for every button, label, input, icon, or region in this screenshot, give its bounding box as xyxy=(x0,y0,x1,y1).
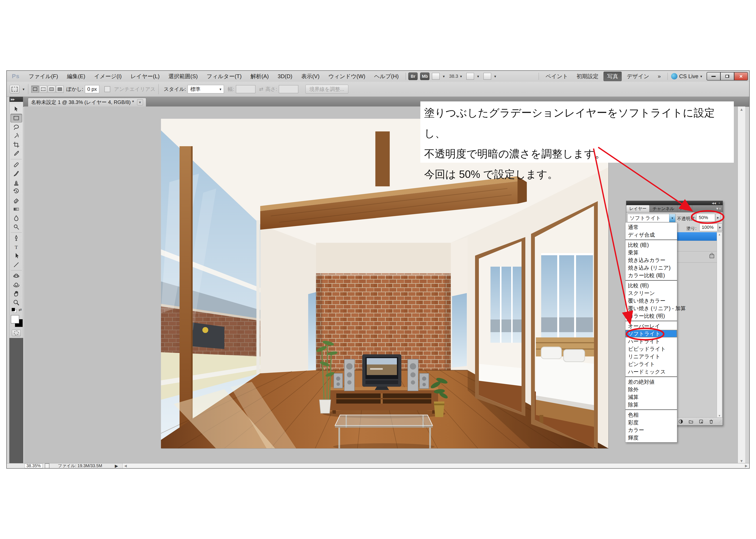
quick-mask-button[interactable] xyxy=(12,330,21,336)
layer-list-scrollbar[interactable]: ▲ ▼ xyxy=(717,232,722,418)
blend-mode-option[interactable]: 覆い焼き (リニア) - 加算 xyxy=(625,304,677,312)
rectangular-marquee-tool[interactable] xyxy=(10,114,22,122)
blend-mode-option[interactable]: ハードライト xyxy=(625,338,677,345)
refine-edge-button[interactable]: 境界線を調整... xyxy=(306,85,348,94)
horizontal-scrollbar[interactable]: ◀ ▶ xyxy=(122,463,749,468)
status-zoom-input[interactable]: 38.35% xyxy=(25,464,43,468)
hand-tool[interactable] xyxy=(10,289,22,298)
fill-spinner-icon[interactable]: ▶ xyxy=(718,224,722,231)
menu-レイヤー[interactable]: レイヤー(L) xyxy=(126,71,164,82)
panel-close-icon[interactable]: × xyxy=(719,201,720,205)
tab-layers[interactable]: レイヤー xyxy=(626,205,650,212)
document-tab[interactable]: 名称未設定 1 @ 38.3% (レイヤー 4, RGB/8) * × xyxy=(28,98,146,107)
move-tool[interactable] xyxy=(10,105,22,114)
menu-ファイル[interactable]: ファイル(F) xyxy=(24,71,62,82)
new-group-button[interactable] xyxy=(688,419,694,424)
height-input[interactable] xyxy=(279,85,298,93)
blend-mode-option[interactable]: ビビッドライト xyxy=(625,345,677,353)
workspace-defaults[interactable]: 初期設定 xyxy=(573,72,602,81)
adjustment-layer-button[interactable] xyxy=(678,419,684,424)
blend-mode-option[interactable]: 色相 xyxy=(625,411,677,419)
toolbox-grip[interactable]: :::::::::: xyxy=(10,102,23,105)
workspace-photo[interactable]: 写真 xyxy=(603,72,622,81)
toolbox-collapse-strip[interactable]: ▶▶ xyxy=(10,97,23,102)
add-selection-button[interactable] xyxy=(39,86,47,93)
blend-mode-option[interactable]: 比較 (明) xyxy=(625,282,677,289)
blend-mode-option[interactable]: 焼き込みカラー xyxy=(625,256,677,264)
eraser-tool[interactable] xyxy=(10,196,22,205)
status-flyout-icon[interactable]: ▶ xyxy=(115,463,118,468)
type-tool[interactable]: T xyxy=(10,243,22,252)
line-tool[interactable] xyxy=(10,260,22,269)
scroll-up-icon[interactable]: ▲ xyxy=(740,107,743,112)
menu-ヘルプ[interactable]: ヘルプ(H) xyxy=(370,71,403,82)
zoom-tool[interactable] xyxy=(10,298,22,307)
blend-mode-option[interactable]: カラー xyxy=(625,426,677,434)
panel-resize-grip[interactable]: ⋰ xyxy=(719,420,722,423)
menu-フィルター[interactable]: フィルター(T) xyxy=(202,71,246,82)
blend-mode-option[interactable]: リニアライト xyxy=(625,353,677,360)
menu-3D[interactable]: 3D(D) xyxy=(273,71,297,82)
document-close-button[interactable]: × xyxy=(137,99,143,105)
blend-mode-option[interactable]: 彩度 xyxy=(625,419,677,426)
close-button[interactable]: × xyxy=(734,72,748,81)
rotate-3d-tool[interactable] xyxy=(10,271,22,280)
cs-live-button[interactable]: CS Live xyxy=(679,73,698,80)
view-extras-dropdown[interactable]: ▼ xyxy=(432,73,445,80)
eyedropper-tool[interactable] xyxy=(10,149,22,158)
opacity-input[interactable]: 50% xyxy=(696,214,715,221)
arrange-documents-dropdown[interactable]: ▼ xyxy=(466,73,480,80)
blend-mode-option[interactable]: 除算 xyxy=(625,401,677,409)
spot-healing-brush-tool[interactable] xyxy=(10,160,22,169)
panel-menu-icon[interactable]: ▼≡ xyxy=(716,205,722,212)
feather-input[interactable]: 0 px xyxy=(85,85,99,93)
new-layer-button[interactable] xyxy=(698,419,704,424)
new-selection-button[interactable] xyxy=(31,86,39,93)
width-input[interactable] xyxy=(236,85,255,93)
blend-mode-option[interactable]: カラー比較 (暗) xyxy=(625,271,677,279)
blend-mode-option[interactable]: 減算 xyxy=(625,393,677,401)
blend-mode-option[interactable]: 除外 xyxy=(625,386,677,393)
blend-mode-option[interactable]: ピンライト xyxy=(625,360,677,368)
scroll-left-icon[interactable]: ◀ xyxy=(124,464,127,468)
default-swatches[interactable]: ⇄ xyxy=(10,307,22,313)
delete-layer-button[interactable] xyxy=(709,419,714,424)
blend-mode-option[interactable]: ソフトライト xyxy=(625,330,677,338)
pen-tool[interactable] xyxy=(10,234,22,243)
menu-編集[interactable]: 編集(E) xyxy=(62,71,90,82)
path-selection-tool[interactable] xyxy=(10,252,22,260)
blend-mode-option[interactable]: スクリーン xyxy=(625,289,677,297)
intersect-selection-button[interactable] xyxy=(56,86,64,93)
zoom-level-dropdown[interactable]: 38.3▼ xyxy=(449,74,463,79)
bridge-button[interactable]: Br xyxy=(408,72,418,80)
swap-dimensions-icon[interactable]: ⇄ xyxy=(259,86,263,92)
scroll-down-icon[interactable]: ▼ xyxy=(740,459,743,463)
brush-tool[interactable] xyxy=(10,169,22,178)
swap-colors-icon[interactable]: ⇄ xyxy=(19,307,22,312)
menu-解析[interactable]: 解析(A) xyxy=(246,71,273,82)
clone-stamp-tool[interactable] xyxy=(10,178,22,187)
menu-選択範囲[interactable]: 選択範囲(S) xyxy=(164,71,202,82)
menu-ウィンドウ[interactable]: ウィンドウ(W) xyxy=(324,71,370,82)
menu-表示[interactable]: 表示(V) xyxy=(297,71,324,82)
minimize-button[interactable] xyxy=(707,72,720,81)
blend-mode-dropdown-icon[interactable]: ▼ xyxy=(669,214,675,222)
panel-collapse-icon[interactable]: ◀◀ xyxy=(712,201,716,205)
dodge-tool[interactable] xyxy=(10,222,22,231)
foreground-color-swatch[interactable] xyxy=(11,315,19,324)
blend-mode-option[interactable]: オーバーレイ xyxy=(625,322,677,330)
blend-mode-select[interactable]: ソフトライト ▼ xyxy=(627,214,675,222)
mini-bridge-button[interactable]: Mb xyxy=(420,72,430,80)
workspace-paint[interactable]: ペイント xyxy=(542,72,571,81)
tab-paths[interactable]: パス xyxy=(677,205,692,212)
workspace-design[interactable]: デザイン xyxy=(623,72,653,81)
restore-button[interactable] xyxy=(720,72,734,81)
orbit-3d-tool[interactable] xyxy=(10,280,22,289)
blend-mode-option[interactable]: 比較 (暗) xyxy=(625,241,677,249)
blend-mode-option[interactable]: 差の絶対値 xyxy=(625,378,677,386)
history-brush-tool[interactable] xyxy=(10,187,22,196)
vertical-scrollbar[interactable]: ▲ ▼ xyxy=(738,107,745,464)
crop-tool[interactable] xyxy=(10,140,22,149)
gradient-tool[interactable] xyxy=(10,205,22,214)
antialias-checkbox[interactable] xyxy=(104,86,110,92)
